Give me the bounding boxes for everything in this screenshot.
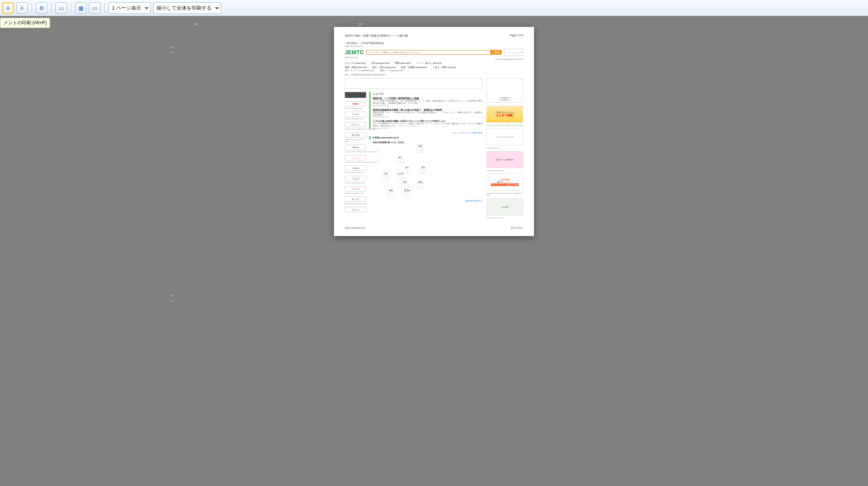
portal-link[interactable]: Carview (345, 165, 366, 171)
weather-city-name: 名古屋 (395, 173, 406, 175)
portal-link[interactable]: ニコニコ (345, 186, 366, 191)
tertiary-nav: 用語・キーワード (explanation.php) 難解ワード (explan… (345, 70, 523, 72)
portal-link[interactable]: すまいる (345, 207, 366, 212)
ad-tag-icon: ⓘ (480, 78, 481, 80)
banner-url: (https://www.rentalpc.produc/.html?id=..… (486, 192, 523, 196)
side-banner[interactable]: ±122,700円 還元キャンペーン パソコン・タブレット端末 月 2,550円 (486, 174, 523, 191)
portal-and-news: Yahoo! (https://www.yahoo.co.jp/) Google… (345, 92, 482, 215)
portal-link[interactable]: kakunin (345, 145, 366, 150)
portrait-icon: ▭ (59, 5, 64, 11)
banner-url: (netshopping.html) (486, 147, 523, 149)
weather-subtitle: 冬型の気圧配置が続くため、北日本… (373, 141, 482, 143)
weather-city: 鹿児島☀ (402, 190, 412, 198)
portal-link[interactable]: 食べログ (345, 196, 366, 202)
weather-city: 福岡☀ (386, 190, 396, 198)
page-header-pagenum: Page 1 of 3 (509, 34, 523, 38)
search-input[interactable] (367, 50, 490, 54)
portal-links-column: Yahoo! (https://www.yahoo.co.jp/) Google… (345, 92, 366, 215)
portal-banner-icon (345, 92, 366, 98)
news-title[interactable]: 被害者金銭被害者支援策へ導入内容は作成終了、被害防止の研修等… (373, 109, 482, 112)
news-title[interactable]: 韓国外相、１４日訪韓＝慰安婦問題など協議 (373, 97, 482, 100)
portal-link[interactable]: じゃらん (345, 155, 366, 160)
main-column: ⓘ Yahoo! (https://www.yahoo.co.jp/) Goog… (345, 78, 482, 221)
portal-link[interactable]: エキサイト (345, 122, 366, 127)
page-display-select[interactable]: 1 ページ表示 (108, 2, 151, 14)
nav-item[interactable]: ペット・暮らし (life.html) (416, 62, 442, 65)
corp-url: (https://forines.com/) (345, 45, 362, 47)
weather-city: 広島☀ (399, 181, 410, 189)
toolbar-separator (51, 3, 52, 13)
nav-item[interactable]: 賃貸・不動産 (estate.html) (401, 66, 427, 69)
page-footer: https://forines.com/ 2017/12/17 (345, 226, 523, 229)
nav-item[interactable]: ニュース (news.html) (345, 62, 366, 65)
weather-city: 那覇☀ (415, 181, 426, 189)
toolbar-separator (71, 3, 71, 13)
search-icon: 🔍 (492, 51, 495, 54)
print-scale-select[interactable]: 縮小して全体を印刷する (153, 2, 221, 14)
news-timestamp: 2017年12月17日 12:28 (373, 105, 482, 107)
settings-gear-button[interactable]: ⚙ (36, 2, 47, 14)
page-layout-button-2[interactable]: ▭ (89, 2, 100, 14)
nav-item[interactable]: くるま・売買 (car.html) (432, 66, 456, 69)
nav-item[interactable]: 電車・時刻 (train.html) (345, 66, 367, 69)
news-item: 韓国外相、１４日訪韓＝慰安婦問題など協議 【ソウル時事】韓国外務省は１２日、康京… (373, 97, 482, 107)
portal-url: (http://a.excite.co.jp/News/column/smart… (345, 161, 366, 163)
portal-url: (https://www.google.co.jp/) (345, 118, 366, 120)
banner-line: 美人ホームの選び方 (496, 158, 514, 161)
weather-city-name: 鹿児島 (402, 190, 412, 191)
corp-name: 一般社団法人 日本電子機器補修協会 (345, 42, 384, 44)
weather-city: 大阪☀ (380, 173, 391, 181)
side-banner[interactable]: ネットショッピング (486, 128, 523, 145)
weather-city: 東京☁ (395, 156, 406, 165)
side-banner[interactable]: 不用品のおかたづけは まとめて相談! (486, 106, 523, 123)
nav-item[interactable]: 天気 (weather.html) (371, 62, 389, 65)
news-heading: ニュース (373, 92, 482, 96)
weather-city-name: 東京 (395, 156, 406, 158)
layout-icon: ▦ (78, 5, 83, 11)
banner-line: はじめる (501, 206, 509, 208)
sun-icon: ☀ (404, 192, 411, 197)
weather-city-name: 仙台 (402, 166, 412, 168)
weather-city-name: 広島 (399, 181, 410, 183)
page-layout-button-1[interactable]: ▦ (75, 2, 87, 14)
news-desc: 【アブダビ時事】サッカーのクラブチーム世界一を決めるクラブ・ワールドカップ（Ｗ杯… (373, 123, 482, 127)
corp-line: 一般社団法人 日本電子機器補修協会 (https://forines.com/) (345, 42, 523, 47)
safety-badge: ネットワークあんしん宣言 (504, 49, 523, 56)
portal-link-yahoo[interactable]: Yahoo! (345, 101, 366, 107)
portal-link[interactable]: ぐるなび (345, 176, 366, 181)
special-nav: 特別：天気速報 (http://www.nhk.or.jp/kishou/ind… (345, 74, 523, 76)
ad-slot-side: ⓘ OPEN (486, 78, 523, 103)
side-banner[interactable]: はじめる (486, 198, 523, 215)
search-button[interactable]: 🔍 検索 (490, 50, 501, 54)
cloud-icon: ☁ (417, 147, 424, 153)
portal-link[interactable]: 楽天市場 (345, 132, 366, 138)
weather-city: 新潟☁ (418, 166, 429, 175)
portal-url: (https://www.rakuten.co.jp/?scid=...) (345, 138, 366, 142)
banner-bar: パソコン・タブレット端末 月 2,550円 (491, 183, 519, 186)
cloud-icon: ☁ (420, 169, 427, 174)
weather-map: 札幌☁東京☁仙台☁新潟☁大阪☀名古屋☀広島☀那覇☀福岡☀鹿児島☀ (372, 145, 482, 199)
news-item: 被害者金銭被害者支援策へ導入内容は作成終了、被害防止の研修等… 消費者庁長官（６… (373, 109, 482, 118)
ad-open-button[interactable]: OPEN (500, 97, 510, 101)
text-size-a-small-button[interactable]: A (16, 2, 28, 14)
search-bar: 🔍 検索 (366, 50, 502, 55)
portal-link-google[interactable]: Google (345, 112, 366, 117)
ad-slot-main: ⓘ (345, 78, 482, 89)
weather-city-name: 札幌 (415, 145, 426, 147)
nav-item[interactable]: 買物 (store.html) (395, 62, 411, 65)
banner-url: (https://rd.ane.net/?adid=...acf7f3f&1&3… (486, 124, 523, 126)
search-button-label: 検索 (495, 51, 499, 54)
text-size-a-large-button[interactable]: A (2, 2, 14, 14)
sun-icon: ☀ (417, 183, 424, 189)
orientation-portrait-button[interactable]: ▭ (55, 2, 67, 14)
weather-city-name: 福岡 (386, 190, 396, 191)
side-banner[interactable]: 美人ホームの選び方 (486, 151, 523, 168)
portal-url: (http://a.excite.co.jp/News/column/smart… (345, 151, 366, 153)
site-logo: JEMTC (345, 49, 364, 55)
banner-line: ネットショッピング (496, 136, 514, 138)
toolbar-separator (104, 3, 105, 13)
nav-item[interactable]: 旅行・宿泊 (travel.html) (372, 66, 396, 69)
sun-icon: ☀ (401, 183, 408, 189)
ad-tag-icon: ⓘ (521, 78, 522, 80)
toolbar-separator (32, 3, 32, 13)
